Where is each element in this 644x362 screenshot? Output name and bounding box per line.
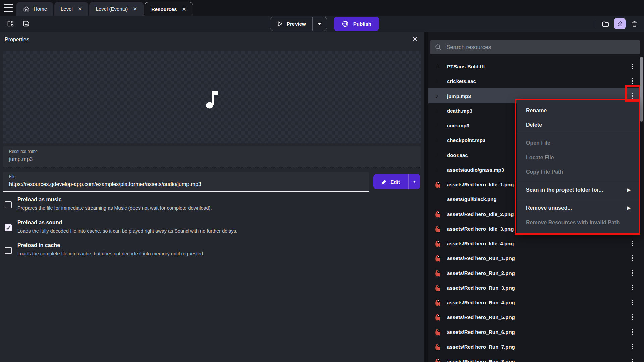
close-icon[interactable]: ✕ <box>78 6 82 11</box>
play-icon <box>277 21 283 27</box>
edit-dropdown-button[interactable] <box>408 174 420 189</box>
properties-close-icon[interactable]: ✕ <box>412 35 418 43</box>
resource-name-value: jump.mp3 <box>9 156 415 162</box>
checkbox[interactable] <box>5 201 12 208</box>
check-icon <box>6 225 11 230</box>
preview-dropdown-button[interactable] <box>313 17 327 31</box>
context-menu-item[interactable]: Scan in the project folder for... ▶ <box>517 183 640 197</box>
resource-list-item[interactable]: PTSans-Bold.ttf <box>428 59 640 74</box>
trash-icon[interactable] <box>629 18 640 29</box>
publish-button[interactable]: Publish <box>334 17 379 31</box>
resource-list-item[interactable]: assets\Red hero_Run_6.png <box>428 324 640 339</box>
pencil-icon <box>381 179 387 185</box>
menu-divider <box>517 134 640 134</box>
tab-label: Level (Events) <box>96 6 128 12</box>
context-menu-item[interactable]: Delete <box>517 118 640 132</box>
context-menu-item: Locate File <box>517 150 640 165</box>
folder-icon[interactable] <box>600 18 611 29</box>
kebab-menu-icon[interactable] <box>629 312 637 322</box>
sprite-thumbnail-icon <box>434 273 442 279</box>
main-menu-icon[interactable] <box>4 4 13 12</box>
tab-label: Home <box>34 6 47 12</box>
resource-list-item[interactable]: assets\Red hero_Run_1.png <box>428 251 640 265</box>
resource-name: assets\Red hero_Idle_4.png <box>447 241 624 246</box>
sprite-thumbnail-icon <box>434 317 442 323</box>
close-icon[interactable]: ✕ <box>182 7 186 12</box>
tab-label: Level <box>61 6 73 12</box>
sprite-thumbnail-icon <box>434 302 442 308</box>
file-field[interactable]: File https://resources.gdevelop-app.com/… <box>3 172 369 192</box>
preload-options: Preload as music Prepares the file for i… <box>5 197 340 265</box>
kebab-menu-icon[interactable] <box>629 76 637 86</box>
resource-list-item[interactable]: crickets.aac <box>428 74 640 88</box>
file-label: File <box>9 174 363 179</box>
kebab-menu-icon[interactable] <box>629 298 637 307</box>
search-box[interactable] <box>430 40 640 54</box>
context-menu-item: Remove Resources with Invalid Path <box>517 215 640 230</box>
context-menu-item[interactable]: Rename <box>517 103 640 118</box>
tab-resources[interactable]: Resources ✕ <box>145 2 193 16</box>
resource-name: assets\Red hero_Run_7.png <box>447 344 624 350</box>
tab-level-events[interactable]: Level (Events) ✕ <box>89 2 143 16</box>
resource-name: assets\Red hero_Run_1.png <box>447 255 624 261</box>
chevron-down-icon <box>317 22 322 25</box>
preload-option: Preload in cache Loads the complete file… <box>5 242 340 256</box>
properties-title: Properties <box>5 37 29 43</box>
resource-name-field[interactable]: Resource name jump.mp3 <box>3 146 421 167</box>
context-menu-item[interactable]: Remove unused... ▶ <box>517 201 640 215</box>
edit-split-button: Edit <box>373 174 420 189</box>
kebab-menu-icon[interactable] <box>629 239 637 248</box>
preview-button[interactable]: Preview <box>270 17 313 31</box>
tab-level[interactable]: Level ✕ <box>54 2 88 16</box>
preview-split-button: Preview <box>270 17 327 31</box>
globe-icon <box>342 20 349 27</box>
sprite-thumbnail-icon <box>434 288 442 293</box>
sprite-thumbnail-icon <box>434 347 442 352</box>
preload-option-label: Preload as sound <box>17 220 237 226</box>
kebab-menu-icon[interactable] <box>629 327 637 337</box>
preload-option: Preload as sound Loads the fully decoded… <box>5 220 340 234</box>
edit-label: Edit <box>390 179 400 185</box>
resource-name: assets\Red hero_Run_6.png <box>447 329 624 335</box>
preload-option-label: Preload in cache <box>17 242 204 248</box>
resource-list-item[interactable]: assets\Red hero_Run_3.png <box>428 280 640 295</box>
checkbox[interactable] <box>5 247 12 254</box>
resource-list-item[interactable]: assets\Red hero_Run_4.png <box>428 295 640 310</box>
home-icon <box>23 5 30 12</box>
toolbar-divider <box>595 19 595 28</box>
search-input[interactable] <box>446 44 636 51</box>
tab-bar: Home Level ✕ Level (Events) ✕ Resources … <box>0 0 644 16</box>
kebab-menu-icon[interactable] <box>629 268 637 278</box>
resource-name: jump.mp3 <box>447 93 624 99</box>
save-icon[interactable] <box>20 18 32 29</box>
kebab-menu-icon[interactable] <box>629 357 637 362</box>
panels-layout-icon[interactable] <box>5 18 16 29</box>
edit-properties-icon[interactable] <box>614 18 626 29</box>
sprite-thumbnail-icon <box>434 214 442 220</box>
preload-option: Preload as music Prepares the file for i… <box>5 197 340 211</box>
resource-name: assets\Red hero_Run_3.png <box>447 285 624 291</box>
kebab-menu-icon[interactable] <box>629 253 637 263</box>
context-menu-item: Open File <box>517 136 640 150</box>
preload-option-description: Loads the fully decoded file into cache,… <box>17 228 237 234</box>
resource-list-item[interactable]: assets\Red hero_Run_7.png <box>428 339 640 354</box>
resource-list-item[interactable]: assets\Red hero_Run_2.png <box>428 265 640 280</box>
close-icon[interactable]: ✕ <box>133 6 137 11</box>
kebab-menu-icon[interactable] <box>629 342 637 351</box>
publish-label: Publish <box>353 21 371 27</box>
resource-list-item[interactable]: assets\Red hero_Run_5.png <box>428 310 640 324</box>
sprite-thumbnail-icon <box>434 332 442 338</box>
sprite-thumbnail-icon <box>434 243 442 249</box>
scrollbar-thumb[interactable] <box>640 57 643 122</box>
preload-option-label: Preload as music <box>17 197 212 203</box>
resource-list-item[interactable]: assets\Red hero_Idle_4.png <box>428 236 640 251</box>
edit-button[interactable]: Edit <box>373 174 408 189</box>
tab-label: Resources <box>151 6 177 12</box>
tab-home[interactable]: Home <box>16 2 53 16</box>
kebab-menu-icon[interactable] <box>629 62 637 71</box>
submenu-arrow-icon: ▶ <box>627 187 631 192</box>
kebab-menu-icon[interactable] <box>629 283 637 292</box>
toolbar: Preview Publish <box>0 16 644 32</box>
checkbox[interactable] <box>5 224 12 231</box>
resource-list-item[interactable]: assets\Red hero_Run_8.png <box>428 354 640 362</box>
